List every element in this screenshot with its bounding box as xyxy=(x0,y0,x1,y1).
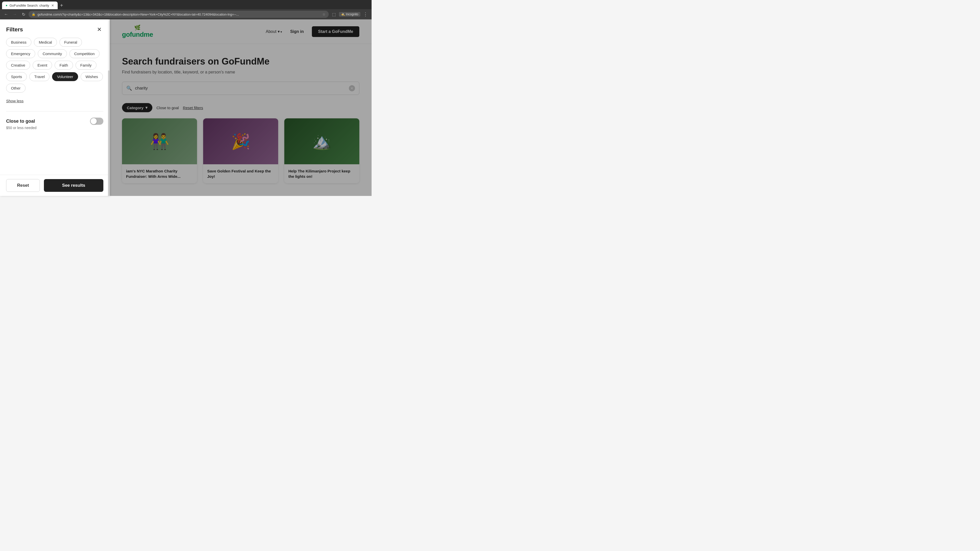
filter-panel: Filters ✕ Business Medical Funeral Emerg… xyxy=(0,19,110,196)
chip-volunteer[interactable]: Volunteer xyxy=(52,72,78,81)
incognito-badge: 🕵 Incognito xyxy=(339,12,360,17)
incognito-label: Incognito xyxy=(346,13,358,16)
chip-business[interactable]: Business xyxy=(6,38,32,47)
browser-tab[interactable]: ● GoFundMe Search: charity ✕ xyxy=(2,2,58,9)
section-divider xyxy=(6,111,103,111)
chip-creative[interactable]: Creative xyxy=(6,61,30,70)
filter-scrollable: Business Medical Funeral Emergency Commu… xyxy=(0,38,110,175)
show-less-link[interactable]: Show less xyxy=(6,99,24,103)
filter-title: Filters xyxy=(6,26,23,33)
bookmark-icon[interactable]: ☆ xyxy=(322,12,326,16)
background-overlay xyxy=(110,19,372,196)
tab-favicon: ● xyxy=(6,3,7,7)
close-to-goal-toggle[interactable] xyxy=(90,118,103,125)
chip-funeral[interactable]: Funeral xyxy=(59,38,82,47)
close-to-goal-description: $50 or less needed xyxy=(6,126,103,130)
new-tab-button[interactable]: + xyxy=(58,2,66,9)
lock-icon: 🔒 xyxy=(32,13,35,16)
chip-sports[interactable]: Sports xyxy=(6,72,27,81)
close-to-goal-title: Close to goal xyxy=(6,119,35,124)
see-results-button[interactable]: See results xyxy=(44,179,103,192)
url-text: gofundme.com/s?q=charity&c=13&c=342&c=18… xyxy=(38,13,320,16)
chip-travel[interactable]: Travel xyxy=(29,72,49,81)
incognito-icon: 🕵 xyxy=(341,13,345,16)
chip-event[interactable]: Event xyxy=(33,61,52,70)
chip-medical[interactable]: Medical xyxy=(34,38,57,47)
chip-faith[interactable]: Faith xyxy=(55,61,73,70)
toolbar-right: ⬚ 🕵 Incognito ⋮ xyxy=(330,11,369,18)
tab-close-icon[interactable]: ✕ xyxy=(51,3,54,7)
chip-family[interactable]: Family xyxy=(76,61,97,70)
filter-footer: Reset See results xyxy=(0,175,110,196)
chip-community[interactable]: Community xyxy=(38,49,67,58)
back-button[interactable]: ← xyxy=(3,11,10,18)
close-to-goal-section: Close to goal $50 or less needed xyxy=(6,118,103,134)
chip-emergency[interactable]: Emergency xyxy=(6,49,35,58)
extensions-button[interactable]: ⬚ xyxy=(330,11,337,18)
reset-button[interactable]: Reset xyxy=(6,179,40,192)
category-chips: Business Medical Funeral Emergency Commu… xyxy=(6,38,103,93)
chip-wishes[interactable]: Wishes xyxy=(81,72,103,81)
filter-header: Filters ✕ xyxy=(0,19,110,38)
reload-button[interactable]: ↻ xyxy=(20,11,27,18)
forward-button[interactable]: → xyxy=(11,11,18,18)
menu-button[interactable]: ⋮ xyxy=(362,11,369,18)
toggle-knob xyxy=(91,118,97,124)
filter-close-button[interactable]: ✕ xyxy=(95,25,103,34)
tab-title: GoFundMe Search: charity xyxy=(10,3,49,7)
address-bar[interactable]: 🔒 gofundme.com/s?q=charity&c=13&c=342&c=… xyxy=(29,11,329,18)
chip-competition[interactable]: Competition xyxy=(69,49,100,58)
chip-other[interactable]: Other xyxy=(6,84,25,93)
